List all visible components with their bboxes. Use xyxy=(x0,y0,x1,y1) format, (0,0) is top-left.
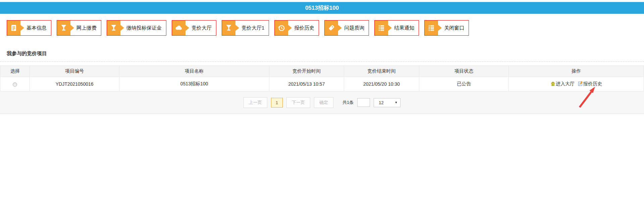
cell-project-name: 0513招标100 xyxy=(119,77,269,91)
chevron-right-icon xyxy=(120,25,124,31)
edit-doc-icon xyxy=(578,81,583,86)
chevron-right-icon xyxy=(20,25,24,31)
tab-quote-history[interactable]: 报价历史 xyxy=(274,20,319,36)
window-title: 0513招标100 xyxy=(305,4,339,12)
page-size-select[interactable]: 12 ▼ xyxy=(374,98,400,107)
cloud-icon xyxy=(172,21,185,35)
tab-close-window[interactable]: 关闭窗口 xyxy=(424,20,469,36)
chevron-down-icon: ▼ xyxy=(394,101,397,104)
tab-label: 竞价大厅 xyxy=(192,25,212,31)
total-count-label: 共1条 xyxy=(342,99,354,106)
col-header-start-time: 竞价开始时间 xyxy=(269,66,344,77)
quote-history-label: 报价历史 xyxy=(583,81,602,86)
chevron-right-icon xyxy=(185,25,189,31)
tab-online-payment[interactable]: 网上缴费 xyxy=(57,20,101,36)
tab-bidding-hall-1[interactable]: 竞价大厅1 xyxy=(222,20,269,36)
table-row: YDJT2021050016 0513招标100 2021/05/13 10:5… xyxy=(0,77,644,91)
tab-label: 缴纳投标保证金 xyxy=(126,25,162,31)
enter-hall-label: 进入大厅 xyxy=(556,81,575,86)
tabs-row: 基本信息 网上缴费 缴纳投标保证金 竞价大厅 竞价大厅1 报价历史 xyxy=(0,14,644,36)
col-header-end-time: 竞价结束时间 xyxy=(344,66,419,77)
row-select-radio[interactable] xyxy=(13,82,17,87)
tab-label: 竞价大厅1 xyxy=(241,25,264,31)
tab-basic-info[interactable]: 基本信息 xyxy=(7,20,51,36)
history-icon xyxy=(275,21,288,35)
glass-icon xyxy=(222,21,235,35)
tab-bid-deposit[interactable]: 缴纳投标保证金 xyxy=(107,20,166,36)
tab-label: 问题质询 xyxy=(344,25,364,31)
enter-hall-link[interactable]: 进入大厅 xyxy=(550,81,575,86)
chevron-right-icon xyxy=(388,25,392,31)
quote-history-link[interactable]: 报价历史 xyxy=(578,81,602,86)
col-header-project-name: 项目名称 xyxy=(119,66,269,77)
glass-icon xyxy=(107,21,120,35)
tab-question-inquiry[interactable]: 问题质询 xyxy=(324,20,369,36)
cell-start-time: 2021/05/13 10:57 xyxy=(269,77,344,91)
tab-result-notice[interactable]: 结果通知 xyxy=(374,20,419,36)
chevron-right-icon xyxy=(338,25,342,31)
tab-bidding-hall[interactable]: 竞价大厅 xyxy=(172,20,216,36)
glass-icon xyxy=(57,21,70,35)
prev-page-button[interactable]: 上一页 xyxy=(244,97,267,108)
home-icon xyxy=(550,81,555,86)
tab-label: 网上缴费 xyxy=(76,25,97,31)
tab-label: 报价历史 xyxy=(294,25,314,31)
chevron-right-icon xyxy=(438,25,442,31)
col-header-select: 选择 xyxy=(0,66,30,77)
current-page-button[interactable]: 1 xyxy=(271,98,283,108)
chevron-right-icon xyxy=(235,25,239,31)
page-jump-input[interactable] xyxy=(357,98,370,107)
document-icon xyxy=(7,21,20,35)
list-icon xyxy=(425,21,438,35)
chevron-right-icon xyxy=(288,25,292,31)
cell-status: 已公告 xyxy=(419,77,509,91)
cell-project-no: YDJT2021050016 xyxy=(30,77,119,91)
next-page-button[interactable]: 下一页 xyxy=(286,97,310,108)
table-header-row: 选择 项目编号 项目名称 竞价开始时间 竞价结束时间 项目状态 操作 xyxy=(0,66,644,77)
confirm-page-button[interactable]: 确定 xyxy=(314,97,333,108)
chevron-right-icon xyxy=(70,25,74,31)
page-title: 我参与的竞价项目 xyxy=(7,50,644,57)
cell-actions: 进入大厅 报价历史 xyxy=(508,77,644,91)
dashed-divider xyxy=(0,62,644,62)
pagination-bar: 上一页 1 下一页 确定 共1条 12 ▼ xyxy=(0,91,644,114)
page-size-value: 12 xyxy=(379,100,383,105)
col-header-status: 项目状态 xyxy=(419,66,509,77)
tab-label: 关闭窗口 xyxy=(444,25,464,31)
window-titlebar: 0513招标100 xyxy=(0,2,644,14)
list-icon xyxy=(375,21,388,35)
col-header-project-no: 项目编号 xyxy=(30,66,119,77)
projects-table: 选择 项目编号 项目名称 竞价开始时间 竞价结束时间 项目状态 操作 YDJT2… xyxy=(0,66,644,91)
tag-icon xyxy=(325,21,338,35)
tab-label: 基本信息 xyxy=(26,25,47,31)
col-header-actions: 操作 xyxy=(508,66,644,77)
tab-label: 结果通知 xyxy=(394,25,414,31)
cell-end-time: 2021/05/20 10:30 xyxy=(344,77,419,91)
